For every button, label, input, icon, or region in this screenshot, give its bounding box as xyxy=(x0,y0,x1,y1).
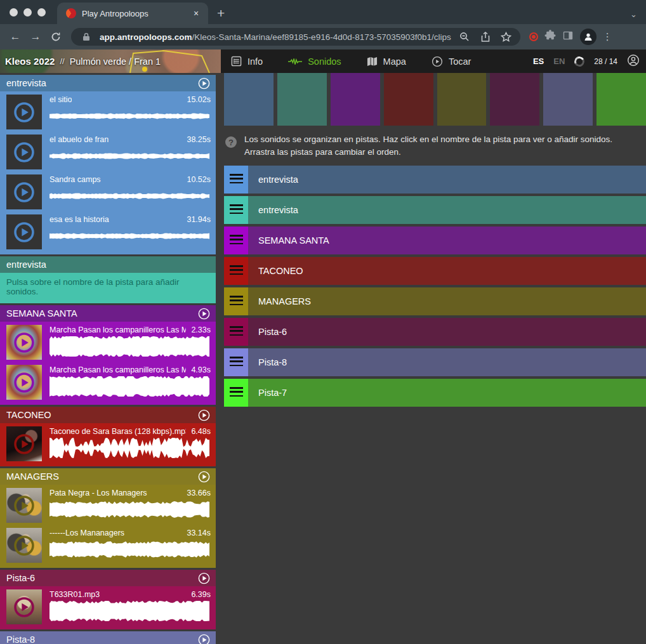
clip-row[interactable]: Sandra camps10.52s xyxy=(6,174,211,209)
track-color-swatch xyxy=(331,73,380,126)
loading-spinner xyxy=(573,55,586,67)
track-header[interactable]: TACONEO xyxy=(0,407,216,423)
track-name[interactable]: TACONEO xyxy=(6,410,197,420)
clip-row[interactable]: ------Los Mananagers33.14s xyxy=(6,528,211,563)
clip-row[interactable]: el abuelo de fran38.25s xyxy=(6,135,211,169)
clip-play-button[interactable] xyxy=(13,494,36,517)
track-row-name[interactable]: Pista-6 xyxy=(248,318,646,346)
track-name[interactable]: Pista-6 xyxy=(6,573,197,583)
clip-waveform xyxy=(49,600,211,622)
tab-search-chevron-icon[interactable]: ⌄ xyxy=(630,10,637,19)
tab-close-icon[interactable]: × xyxy=(190,8,202,18)
drag-handle[interactable] xyxy=(224,227,248,254)
clip-row[interactable]: Marcha Pasan los campanilleros Las Mejor… xyxy=(6,365,211,400)
track-row[interactable]: Pista-7 xyxy=(224,379,646,407)
track-header[interactable]: Pista-8 xyxy=(0,631,216,644)
remix-title[interactable]: Pulmón verde / Fran 1 xyxy=(70,56,161,67)
track-name[interactable]: Pista-8 xyxy=(6,634,197,644)
browser-profile-avatar[interactable] xyxy=(580,29,597,45)
clip-row[interactable]: el sitio15.02s xyxy=(6,95,211,129)
clip-play-button[interactable] xyxy=(13,331,36,354)
tab-sonidos[interactable]: Sonidos xyxy=(288,56,341,67)
window-close-button[interactable] xyxy=(10,8,18,16)
track-row[interactable]: entrevista xyxy=(224,196,646,224)
clip-row[interactable]: esa es la historia31.94s xyxy=(6,214,211,249)
clip-row[interactable]: Marcha Pasan los campanilleros Las Mejor… xyxy=(6,325,211,360)
recording-extension-icon[interactable] xyxy=(529,32,538,41)
remix-cover-image[interactable]: Kleos 2022 // Pulmón verde / Fran 1 xyxy=(0,49,221,73)
clip-play-button[interactable] xyxy=(13,181,36,204)
track-row[interactable]: Pista-6 xyxy=(224,318,646,346)
clip-play-button[interactable] xyxy=(13,371,36,394)
drag-handle[interactable] xyxy=(224,257,248,285)
browser-menu-icon[interactable]: ⋮ xyxy=(603,36,612,38)
track-name[interactable]: MANAGERS xyxy=(6,471,197,482)
track-row-name[interactable]: Pista-8 xyxy=(248,348,646,376)
clip-play-button[interactable] xyxy=(13,433,36,456)
browser-tab[interactable]: Play Antropoloops × xyxy=(57,3,208,24)
track-play-icon[interactable] xyxy=(197,409,211,422)
track-row[interactable]: MANAGERS xyxy=(224,287,646,315)
track-row[interactable]: TACONEO xyxy=(224,257,646,285)
track-row-name[interactable]: Pista-7 xyxy=(248,379,646,407)
tab-mapa[interactable]: Mapa xyxy=(367,56,406,67)
track-header[interactable]: entrevista xyxy=(0,75,216,91)
track-play-icon[interactable] xyxy=(197,77,211,90)
track-row-name[interactable]: entrevista xyxy=(248,166,646,194)
tab-tocar[interactable]: Tocar xyxy=(432,56,471,67)
lock-icon[interactable] xyxy=(79,30,94,44)
track-row[interactable]: SEMANA SANTA xyxy=(224,227,646,254)
reload-button[interactable] xyxy=(47,28,65,46)
url-bar[interactable]: app.antropoloops.com/Kleos-Santa-Marina/… xyxy=(71,28,520,46)
track-header[interactable]: SEMANA SANTA xyxy=(0,305,216,322)
drag-handle[interactable] xyxy=(224,287,248,315)
window-zoom-button[interactable] xyxy=(37,8,46,16)
track-row-name[interactable]: entrevista xyxy=(248,196,646,224)
tab-info[interactable]: Info xyxy=(231,56,263,67)
track-play-icon[interactable] xyxy=(197,307,211,320)
window-minimize-button[interactable] xyxy=(23,8,32,16)
track-header[interactable]: Pista-6 xyxy=(0,570,216,586)
track-header[interactable]: entrevista xyxy=(0,256,216,273)
track-name[interactable]: SEMANA SANTA xyxy=(6,308,197,319)
drag-handle[interactable] xyxy=(224,166,248,194)
clip-play-button[interactable] xyxy=(13,101,36,124)
drag-handle[interactable] xyxy=(224,348,248,376)
bookmark-star-icon[interactable] xyxy=(499,30,514,44)
track-row-name[interactable]: TACONEO xyxy=(248,257,646,285)
track-header[interactable]: MANAGERS xyxy=(0,468,216,485)
track-name[interactable]: entrevista xyxy=(6,260,211,270)
clip-row[interactable]: T633R01.mp36.39s xyxy=(6,589,211,624)
track-color-swatch xyxy=(597,73,646,126)
clip-play-button[interactable] xyxy=(13,534,36,557)
track-play-icon[interactable] xyxy=(197,633,211,644)
side-panel-icon[interactable] xyxy=(562,30,574,44)
new-tab-button[interactable]: + xyxy=(217,6,225,21)
language-es-button[interactable]: ES xyxy=(533,56,544,66)
track-row[interactable]: Pista-8 xyxy=(224,348,646,376)
track-name[interactable]: entrevista xyxy=(6,78,197,88)
clip-play-button[interactable] xyxy=(13,141,36,164)
drag-handle[interactable] xyxy=(224,196,248,224)
drag-handle[interactable] xyxy=(224,379,248,407)
extensions-puzzle-icon[interactable] xyxy=(544,30,556,44)
clip-row[interactable]: Pata Negra - Los Managers33.66s xyxy=(6,488,211,523)
forward-button[interactable]: → xyxy=(27,28,44,46)
back-button[interactable]: ← xyxy=(6,28,24,46)
track-play-icon[interactable] xyxy=(197,470,211,483)
clip-info: T633R01.mp36.39s xyxy=(42,589,211,624)
track-row-name[interactable]: MANAGERS xyxy=(248,287,646,315)
account-icon[interactable] xyxy=(627,54,640,69)
track-row-name[interactable]: SEMANA SANTA xyxy=(248,227,646,254)
track-color-swatch xyxy=(277,73,327,126)
share-icon[interactable] xyxy=(478,30,493,44)
language-en-button[interactable]: EN xyxy=(553,56,565,66)
clip-play-button[interactable] xyxy=(13,596,36,619)
clip-play-button[interactable] xyxy=(13,221,36,244)
project-title[interactable]: Kleos 2022 xyxy=(5,56,55,67)
clip-row[interactable]: Taconeo de Sara Baras (128 kbps).mp36.48… xyxy=(6,426,211,461)
drag-handle[interactable] xyxy=(224,318,248,346)
zoom-out-icon[interactable] xyxy=(457,30,472,44)
track-play-icon[interactable] xyxy=(197,572,211,585)
track-row[interactable]: entrevista xyxy=(224,166,646,194)
